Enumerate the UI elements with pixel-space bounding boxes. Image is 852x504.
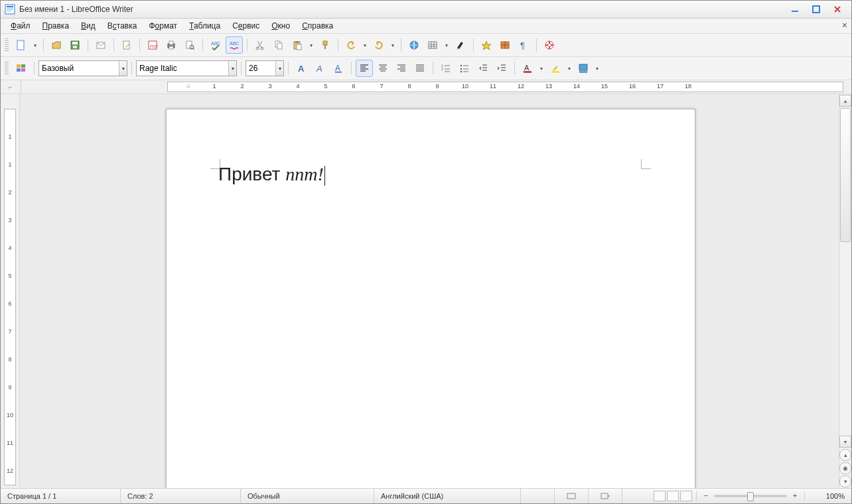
zoom-slider[interactable]: − + bbox=[697, 492, 805, 500]
new-doc-dropdown[interactable]: ▾ bbox=[31, 37, 39, 53]
highlight-color-dropdown[interactable]: ▾ bbox=[565, 60, 573, 76]
italic-button[interactable]: A bbox=[311, 60, 328, 77]
email-button[interactable] bbox=[92, 36, 109, 54]
paragraph-style-dropdown[interactable]: ▾ bbox=[119, 61, 127, 76]
print-button[interactable] bbox=[163, 36, 180, 54]
document-content[interactable]: Привет ппт! bbox=[218, 164, 643, 186]
text-plain[interactable]: Привет bbox=[218, 164, 285, 184]
menu-table[interactable]: Таблица bbox=[183, 19, 226, 32]
align-justify-button[interactable] bbox=[411, 60, 429, 77]
insert-table-button[interactable] bbox=[424, 36, 441, 54]
font-name-input[interactable] bbox=[137, 63, 228, 74]
background-color-dropdown[interactable]: ▾ bbox=[593, 60, 601, 76]
menu-window[interactable]: Окно bbox=[265, 19, 296, 32]
numbered-list-button[interactable]: 12 bbox=[437, 60, 455, 77]
open-button[interactable] bbox=[48, 36, 65, 54]
undo-button[interactable] bbox=[342, 36, 360, 54]
status-style[interactable]: Обычный bbox=[241, 489, 374, 503]
view-book-button[interactable] bbox=[680, 491, 692, 501]
font-size-combo[interactable]: ▾ bbox=[246, 60, 284, 76]
nonprinting-chars-button[interactable]: ¶ bbox=[515, 36, 532, 54]
menu-format[interactable]: Формат bbox=[143, 19, 183, 32]
status-signature[interactable] bbox=[589, 489, 622, 503]
scroll-down-button[interactable]: ▾ bbox=[839, 436, 851, 448]
view-single-page-button[interactable] bbox=[654, 491, 666, 501]
copy-button[interactable] bbox=[270, 36, 287, 54]
highlight-color-button[interactable] bbox=[547, 60, 564, 77]
spellcheck-button[interactable]: ABC bbox=[207, 36, 224, 54]
hyperlink-button[interactable] bbox=[405, 36, 423, 54]
decrease-indent-button[interactable] bbox=[474, 60, 492, 77]
help-button[interactable] bbox=[541, 36, 558, 54]
font-color-dropdown[interactable]: ▾ bbox=[537, 60, 545, 76]
edit-file-button[interactable] bbox=[118, 36, 135, 54]
status-language[interactable]: Английский (США) bbox=[374, 489, 521, 503]
status-insert-mode[interactable] bbox=[521, 489, 555, 503]
font-name-dropdown[interactable]: ▾ bbox=[228, 61, 236, 76]
cut-button[interactable] bbox=[251, 36, 269, 54]
status-page[interactable]: Страница 1 / 1 bbox=[1, 489, 121, 503]
print-preview-button[interactable] bbox=[181, 36, 198, 54]
format-paintbrush-button[interactable] bbox=[317, 36, 334, 54]
status-selection-mode[interactable] bbox=[555, 489, 589, 503]
paste-button[interactable] bbox=[289, 36, 306, 54]
vertical-scrollbar[interactable]: ▴ ▾ ▴ ◉ ▾ bbox=[839, 94, 851, 488]
window-minimize-button[interactable] bbox=[785, 3, 805, 16]
prev-page-button[interactable]: ▴ bbox=[839, 449, 851, 461]
save-button[interactable] bbox=[66, 36, 84, 54]
vertical-ruler[interactable]: 112345678910111213 bbox=[1, 94, 20, 488]
toolbar-grip[interactable] bbox=[5, 62, 9, 75]
menu-view[interactable]: Вид bbox=[75, 19, 102, 32]
next-page-button[interactable]: ▾ bbox=[839, 475, 851, 487]
align-center-button[interactable] bbox=[374, 60, 391, 77]
horizontal-ruler[interactable]: 123456789101112131415161718⌂ bbox=[167, 80, 851, 94]
font-color-button[interactable]: A bbox=[519, 60, 536, 77]
underline-button[interactable]: A bbox=[330, 60, 347, 77]
styles-button[interactable] bbox=[13, 60, 30, 77]
font-name-combo[interactable]: ▾ bbox=[136, 60, 237, 76]
paste-dropdown[interactable]: ▾ bbox=[307, 37, 315, 53]
text-line[interactable]: Привет ппт! bbox=[218, 164, 643, 186]
nav-target-button[interactable]: ◉ bbox=[839, 462, 851, 474]
toolbar-grip[interactable] bbox=[5, 38, 9, 52]
new-doc-button[interactable] bbox=[13, 36, 30, 54]
align-left-button[interactable] bbox=[356, 60, 373, 77]
gallery-button[interactable] bbox=[496, 36, 514, 54]
status-words[interactable]: Слов: 2 bbox=[121, 489, 241, 503]
document-area[interactable]: Привет ппт! bbox=[20, 94, 839, 488]
align-right-button[interactable] bbox=[393, 60, 410, 77]
navigator-button[interactable] bbox=[478, 36, 495, 54]
redo-button[interactable] bbox=[370, 36, 388, 54]
auto-spellcheck-button[interactable]: ABC bbox=[226, 36, 243, 54]
paragraph-style-input[interactable] bbox=[39, 63, 119, 74]
document-close-button[interactable]: × bbox=[842, 20, 847, 31]
menu-insert[interactable]: Вставка bbox=[102, 19, 143, 32]
window-close-button[interactable] bbox=[827, 3, 847, 16]
font-size-dropdown[interactable]: ▾ bbox=[275, 61, 283, 76]
menu-tools[interactable]: Сервис bbox=[226, 19, 265, 32]
zoom-out-button[interactable]: − bbox=[702, 492, 710, 500]
text-italic[interactable]: ппт! bbox=[285, 164, 324, 184]
font-size-input[interactable] bbox=[246, 63, 275, 74]
bullet-list-button[interactable] bbox=[456, 60, 473, 77]
status-zoom[interactable]: 100% bbox=[805, 489, 851, 503]
scroll-up-button[interactable]: ▴ bbox=[839, 95, 851, 107]
zoom-knob[interactable] bbox=[747, 492, 754, 501]
zoom-track[interactable] bbox=[714, 495, 787, 497]
page[interactable]: Привет ппт! bbox=[166, 109, 695, 488]
view-multi-page-button[interactable] bbox=[667, 491, 679, 501]
redo-dropdown[interactable]: ▾ bbox=[389, 37, 397, 53]
show-draw-button[interactable] bbox=[452, 36, 469, 54]
export-pdf-button[interactable]: PDF bbox=[144, 36, 161, 54]
zoom-in-button[interactable]: + bbox=[791, 492, 799, 500]
increase-indent-button[interactable] bbox=[493, 60, 510, 77]
background-color-button[interactable] bbox=[575, 60, 592, 77]
scroll-thumb[interactable] bbox=[840, 108, 851, 242]
menu-edit[interactable]: Правка bbox=[36, 19, 76, 32]
menu-help[interactable]: Справка bbox=[296, 19, 339, 32]
paragraph-style-combo[interactable]: ▾ bbox=[38, 60, 127, 76]
menu-file[interactable]: Файл bbox=[5, 19, 36, 32]
window-maximize-button[interactable] bbox=[806, 3, 826, 16]
table-dropdown[interactable]: ▾ bbox=[443, 37, 451, 53]
undo-dropdown[interactable]: ▾ bbox=[361, 37, 369, 53]
